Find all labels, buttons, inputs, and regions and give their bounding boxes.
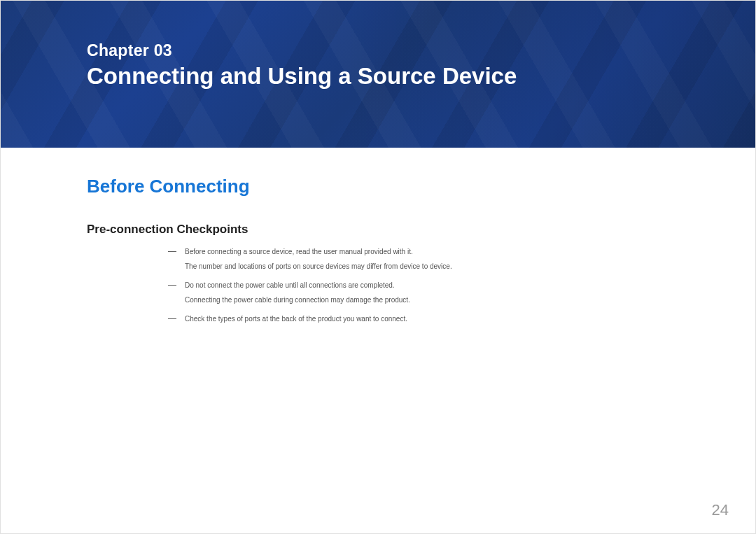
list-item: ― Before connecting a source device, rea… <box>87 246 755 272</box>
chapter-banner: Chapter 03 Connecting and Using a Source… <box>1 1 755 148</box>
page-content: Before Connecting Pre-connection Checkpo… <box>1 148 755 324</box>
checkpoint-text: Before connecting a source device, read … <box>185 248 413 255</box>
section-heading: Before Connecting <box>87 176 755 197</box>
checkpoint-subtext: Connecting the power cable during connec… <box>185 295 755 305</box>
list-item: ― Check the types of ports at the back o… <box>87 314 755 324</box>
list-item: ― Do not connect the power cable until a… <box>87 280 755 305</box>
checkpoint-list: ― Before connecting a source device, rea… <box>87 246 755 324</box>
page-number: 24 <box>712 501 729 519</box>
chapter-label: Chapter 03 <box>87 41 755 60</box>
dash-icon: ― <box>168 279 176 291</box>
sub-heading: Pre-connection Checkpoints <box>87 223 755 237</box>
checkpoint-text: Check the types of ports at the back of … <box>185 315 407 323</box>
dash-icon: ― <box>168 312 176 325</box>
dash-icon: ― <box>168 245 176 258</box>
checkpoint-subtext: The number and locations of ports on sou… <box>185 261 755 272</box>
chapter-title: Connecting and Using a Source Device <box>87 63 755 90</box>
checkpoint-text: Do not connect the power cable until all… <box>185 281 395 289</box>
